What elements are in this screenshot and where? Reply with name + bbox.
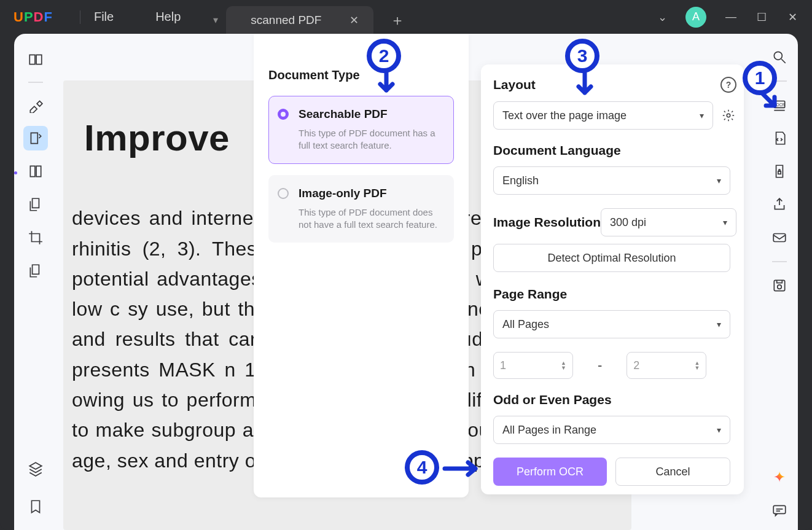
chevron-down-icon[interactable]: ⌄ — [658, 10, 667, 24]
protect-icon[interactable] — [768, 160, 791, 182]
language-label: Document Language — [493, 143, 736, 158]
svg-rect-4 — [773, 234, 786, 242]
maximize-button[interactable]: ☐ — [755, 11, 768, 23]
page-from-stepper[interactable]: 1 ▲▼ — [493, 352, 573, 379]
layout-select[interactable]: Text over the page image ▾ — [493, 101, 713, 130]
annotation-3: 3 — [565, 39, 599, 73]
pagerange-value: All Pages — [502, 318, 549, 331]
logo-separator — [80, 10, 80, 24]
annotation-2: 2 — [367, 39, 401, 73]
annotation-arrow-icon — [442, 460, 483, 477]
svg-rect-7 — [773, 505, 786, 513]
svg-point-8 — [727, 114, 730, 117]
chevron-down-icon: ▾ — [717, 425, 721, 435]
reader-icon[interactable] — [23, 47, 48, 72]
annotation-arrow-icon — [377, 72, 396, 96]
annotation-arrow-icon — [576, 72, 594, 99]
oddeven-value: All Pages in Range — [502, 424, 596, 437]
pagerange-label: Page Range — [493, 287, 736, 302]
save-icon[interactable] — [768, 275, 791, 297]
svg-rect-3 — [778, 171, 781, 174]
window-controls: ⌄ A — ☐ ✕ — [658, 7, 798, 28]
ai-icon[interactable]: ✦ — [768, 466, 791, 488]
tab-label: scanned PDF — [251, 14, 321, 27]
menu-file[interactable]: File — [94, 10, 114, 24]
tabs: ▾ scanned PDF ✕ ＋ — [205, 6, 409, 34]
minimize-button[interactable]: — — [725, 11, 737, 23]
option-title: Image-only PDF — [299, 187, 442, 200]
search-icon[interactable] — [768, 46, 791, 68]
language-value: English — [502, 174, 539, 187]
convert-icon[interactable] — [768, 127, 791, 149]
left-toolbar — [14, 34, 57, 530]
chevron-down-icon: ▾ — [717, 176, 721, 185]
oddeven-select[interactable]: All Pages in Range ▾ — [493, 416, 730, 444]
titlebar: UPDF File Help ▾ scanned PDF ✕ ＋ ⌄ A — ☐… — [0, 0, 812, 34]
help-icon[interactable]: ? — [720, 77, 736, 93]
svg-point-6 — [778, 285, 782, 289]
svg-point-0 — [774, 52, 782, 60]
range-dash: - — [598, 357, 602, 373]
separator — [28, 82, 43, 83]
radio-icon — [278, 188, 289, 199]
annotation-1: 1 — [743, 61, 777, 95]
page-to-stepper[interactable]: 2 ▲▼ — [627, 352, 706, 379]
page-to-value: 2 — [633, 359, 639, 372]
compress-icon[interactable] — [23, 259, 48, 283]
avatar[interactable]: A — [685, 7, 706, 28]
menu-help[interactable]: Help — [155, 10, 181, 24]
oddeven-label: Odd or Even Pages — [493, 392, 736, 407]
option-desc: This type of PDF document does not have … — [299, 206, 442, 232]
stepper-arrows-icon[interactable]: ▲▼ — [694, 360, 700, 370]
resolution-label: Image Resolution — [493, 215, 601, 230]
option-title: Searchable PDF — [299, 107, 442, 121]
logo: UPDF — [14, 9, 53, 25]
chevron-down-icon: ▾ — [723, 217, 727, 227]
document-type-heading: Document Type — [268, 68, 454, 82]
stepper-arrows-icon[interactable]: ▲▼ — [561, 360, 566, 370]
radio-icon — [278, 109, 289, 120]
perform-ocr-button[interactable]: Perform OCR — [493, 458, 607, 486]
detect-resolution-button[interactable]: Detect Optimal Resolution — [493, 244, 730, 272]
separator — [772, 261, 787, 262]
add-tab-button[interactable]: ＋ — [386, 9, 409, 32]
crop-icon[interactable] — [23, 225, 48, 250]
workspace: OCR ✦ Improve devices and internet-based… — [14, 34, 798, 530]
bookmark-icon[interactable] — [23, 494, 48, 519]
page-from-value: 1 — [500, 359, 506, 372]
gear-icon[interactable] — [720, 107, 736, 123]
chevron-down-icon: ▾ — [717, 319, 721, 329]
ocr-settings-panel: Layout ? Text over the page image ▾ Docu… — [481, 64, 744, 494]
chevron-down-icon: ▾ — [700, 111, 704, 120]
layout-label: Layout — [493, 77, 713, 92]
resolution-select[interactable]: 300 dpi ▾ — [601, 208, 736, 236]
cancel-button[interactable]: Cancel — [615, 458, 730, 486]
tab-dropdown-icon[interactable]: ▾ — [205, 8, 226, 33]
menubar: File Help — [94, 10, 181, 24]
share-icon[interactable] — [768, 193, 791, 216]
option-image-only-pdf[interactable]: Image-only PDF This type of PDF document… — [268, 175, 454, 243]
highlighter-icon[interactable] — [23, 93, 48, 117]
resolution-value: 300 dpi — [610, 216, 646, 229]
layers-icon[interactable] — [23, 456, 48, 481]
close-icon[interactable]: ✕ — [349, 14, 359, 27]
option-desc: This type of PDF document has a full tex… — [299, 127, 442, 152]
tab-scanned-pdf[interactable]: scanned PDF ✕ — [226, 6, 373, 34]
page-icon[interactable] — [23, 159, 48, 184]
edit-icon[interactable] — [23, 126, 48, 150]
document-type-panel: Document Type Searchable PDF This type o… — [254, 34, 469, 497]
language-select[interactable]: English ▾ — [493, 166, 730, 195]
option-searchable-pdf[interactable]: Searchable PDF This type of PDF document… — [268, 96, 454, 164]
pages-icon[interactable] — [23, 192, 48, 217]
close-window-button[interactable]: ✕ — [786, 11, 798, 23]
pagerange-select[interactable]: All Pages ▾ — [493, 310, 730, 338]
annotation-4: 4 — [405, 450, 439, 485]
email-icon[interactable] — [768, 227, 791, 249]
layout-value: Text over the page image — [502, 109, 627, 122]
comment-icon[interactable] — [768, 499, 791, 521]
